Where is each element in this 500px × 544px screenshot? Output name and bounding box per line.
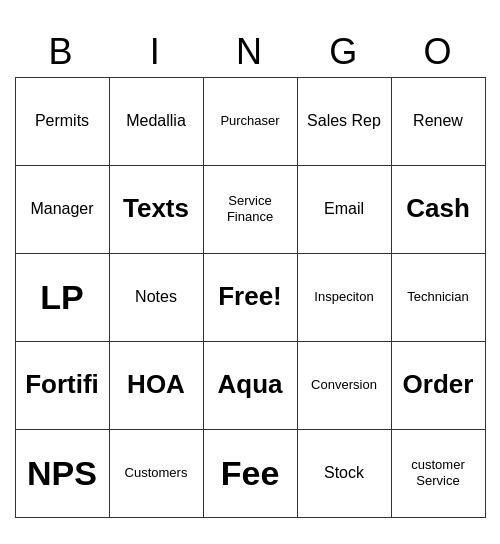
bingo-cell: NPS xyxy=(15,429,109,517)
cell-label: Stock xyxy=(302,434,387,513)
cell-label: HOA xyxy=(114,346,199,425)
bingo-cell: Email xyxy=(297,165,391,253)
bingo-cell: customer Service xyxy=(391,429,485,517)
bingo-cell: Service Finance xyxy=(203,165,297,253)
table-row: PermitsMedalliaPurchaserSales RepRenew xyxy=(15,77,485,165)
cell-label: Conversion xyxy=(302,346,387,425)
cell-label: NPS xyxy=(20,434,105,513)
cell-label: Sales Rep xyxy=(302,82,387,161)
bingo-cell: Stock xyxy=(297,429,391,517)
cell-label: Free! xyxy=(208,258,293,337)
header-letter: I xyxy=(109,27,203,77)
cell-label: LP xyxy=(20,258,105,337)
cell-label: Texts xyxy=(114,170,199,249)
cell-label: Medallia xyxy=(114,82,199,161)
bingo-cell: Cash xyxy=(391,165,485,253)
cell-label: Manager xyxy=(20,170,105,249)
table-row: NPSCustomersFeeStockcustomer Service xyxy=(15,429,485,517)
header-letter: B xyxy=(15,27,109,77)
bingo-cell: Technician xyxy=(391,253,485,341)
cell-label: Order xyxy=(396,346,481,425)
bingo-cell: Inspeciton xyxy=(297,253,391,341)
bingo-cell: Medallia xyxy=(109,77,203,165)
bingo-cell: Conversion xyxy=(297,341,391,429)
bingo-cell: Aqua xyxy=(203,341,297,429)
table-row: FortifiHOAAquaConversionOrder xyxy=(15,341,485,429)
cell-label: customer Service xyxy=(396,434,481,513)
cell-label: Aqua xyxy=(208,346,293,425)
cell-label: Service Finance xyxy=(208,170,293,249)
bingo-cell: Fortifi xyxy=(15,341,109,429)
bingo-cell: Sales Rep xyxy=(297,77,391,165)
cell-label: Purchaser xyxy=(208,82,293,161)
cell-label: Technician xyxy=(396,258,481,337)
header-letter: N xyxy=(203,27,297,77)
header-letter: O xyxy=(391,27,485,77)
cell-label: Cash xyxy=(396,170,481,249)
bingo-card: BINGO PermitsMedalliaPurchaserSales RepR… xyxy=(15,27,486,518)
bingo-grid: PermitsMedalliaPurchaserSales RepRenewMa… xyxy=(15,77,486,518)
cell-label: Customers xyxy=(114,434,199,513)
bingo-cell: LP xyxy=(15,253,109,341)
bingo-cell: Texts xyxy=(109,165,203,253)
table-row: LPNotesFree!InspecitonTechnician xyxy=(15,253,485,341)
cell-label: Inspeciton xyxy=(302,258,387,337)
bingo-cell: HOA xyxy=(109,341,203,429)
bingo-cell: Purchaser xyxy=(203,77,297,165)
bingo-cell: Free! xyxy=(203,253,297,341)
bingo-cell: Notes xyxy=(109,253,203,341)
table-row: ManagerTextsService FinanceEmailCash xyxy=(15,165,485,253)
cell-label: Permits xyxy=(20,82,105,161)
cell-label: Email xyxy=(302,170,387,249)
cell-label: Renew xyxy=(396,82,481,161)
bingo-cell: Fee xyxy=(203,429,297,517)
header-letter: G xyxy=(297,27,391,77)
bingo-cell: Customers xyxy=(109,429,203,517)
bingo-cell: Manager xyxy=(15,165,109,253)
cell-label: Fortifi xyxy=(20,346,105,425)
bingo-cell: Renew xyxy=(391,77,485,165)
cell-label: Notes xyxy=(114,258,199,337)
bingo-cell: Order xyxy=(391,341,485,429)
bingo-header: BINGO xyxy=(15,27,486,77)
bingo-cell: Permits xyxy=(15,77,109,165)
cell-label: Fee xyxy=(208,434,293,513)
